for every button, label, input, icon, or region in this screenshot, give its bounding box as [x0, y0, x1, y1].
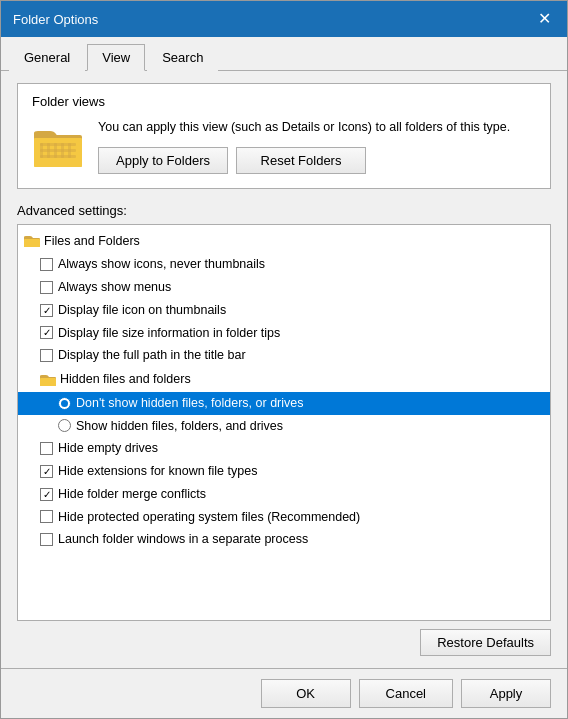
apply-button[interactable]: Apply: [461, 679, 551, 708]
always-show-icons-label: Always show icons, never thumbnails: [58, 255, 265, 274]
checkbox-hide-protected-os[interactable]: [40, 510, 53, 523]
show-hidden-label: Show hidden files, folders, and drives: [76, 417, 283, 436]
item-display-full-path[interactable]: Display the full path in the title bar: [18, 344, 550, 367]
item-always-show-icons[interactable]: Always show icons, never thumbnails: [18, 253, 550, 276]
folder-views-desc: You can apply this view (such as Details…: [98, 119, 536, 137]
folder-views-title: Folder views: [32, 94, 536, 109]
close-button[interactable]: ✕: [534, 9, 555, 29]
item-show-hidden[interactable]: Show hidden files, folders, and drives: [18, 415, 550, 438]
svg-rect-11: [24, 239, 40, 247]
hide-extensions-label: Hide extensions for known file types: [58, 462, 257, 481]
checkbox-hide-folder-merge[interactable]: ✓: [40, 488, 53, 501]
display-file-icon-label: Display file icon on thumbnails: [58, 301, 226, 320]
item-display-file-icon[interactable]: ✓ Display file icon on thumbnails: [18, 299, 550, 322]
svg-rect-5: [40, 143, 43, 158]
reset-folders-button[interactable]: Reset Folders: [236, 147, 366, 174]
checkbox-display-file-size[interactable]: ✓: [40, 326, 53, 339]
svg-rect-9: [68, 143, 71, 158]
group-hidden-files: Hidden files and folders: [18, 367, 550, 392]
cancel-button[interactable]: Cancel: [359, 679, 453, 708]
svg-rect-13: [40, 378, 56, 386]
ok-button[interactable]: OK: [261, 679, 351, 708]
tab-view[interactable]: View: [87, 44, 145, 71]
settings-list[interactable]: Files and Folders Always show icons, nev…: [18, 225, 550, 621]
tab-bar: General View Search: [1, 37, 567, 71]
hide-empty-drives-label: Hide empty drives: [58, 439, 158, 458]
dont-show-hidden-label: Don't show hidden files, folders, or dri…: [76, 394, 304, 413]
group-files-and-folders: Files and Folders: [18, 229, 550, 254]
folder-views-section: Folder views: [17, 83, 551, 189]
checkbox-display-full-path[interactable]: [40, 349, 53, 362]
dialog-title: Folder Options: [13, 12, 98, 27]
advanced-settings-label: Advanced settings:: [17, 203, 551, 218]
tab-general[interactable]: General: [9, 44, 85, 71]
folder-views-buttons: Apply to Folders Reset Folders: [98, 147, 536, 174]
item-hide-extensions[interactable]: ✓ Hide extensions for known file types: [18, 460, 550, 483]
main-content: Folder views: [1, 71, 567, 668]
item-hide-folder-merge[interactable]: ✓ Hide folder merge conflicts: [18, 483, 550, 506]
checkbox-always-show-menus[interactable]: [40, 281, 53, 294]
item-hide-protected-os[interactable]: Hide protected operating system files (R…: [18, 506, 550, 529]
always-show-menus-label: Always show menus: [58, 278, 171, 297]
item-always-show-menus[interactable]: Always show menus: [18, 276, 550, 299]
radio-show-hidden[interactable]: [58, 419, 71, 432]
folder-options-dialog: Folder Options ✕ General View Search Fol…: [0, 0, 568, 719]
item-hide-empty-drives[interactable]: Hide empty drives: [18, 437, 550, 460]
checkbox-always-show-icons[interactable]: [40, 258, 53, 271]
item-launch-folder-windows[interactable]: Launch folder windows in a separate proc…: [18, 528, 550, 551]
files-and-folders-label: Files and Folders: [44, 232, 140, 251]
restore-defaults-button[interactable]: Restore Defaults: [420, 629, 551, 656]
folder-views-body: You can apply this view (such as Details…: [32, 119, 536, 174]
bottom-bar: OK Cancel Apply: [1, 668, 567, 718]
title-bar: Folder Options ✕: [1, 1, 567, 37]
restore-defaults-row: Restore Defaults: [17, 629, 551, 656]
launch-folder-windows-label: Launch folder windows in a separate proc…: [58, 530, 308, 549]
display-file-size-label: Display file size information in folder …: [58, 324, 280, 343]
hide-protected-os-label: Hide protected operating system files (R…: [58, 508, 360, 527]
svg-rect-6: [47, 143, 50, 158]
svg-rect-8: [61, 143, 64, 158]
tab-search[interactable]: Search: [147, 44, 218, 71]
settings-list-container: Files and Folders Always show icons, nev…: [17, 224, 551, 622]
hidden-files-label: Hidden files and folders: [60, 370, 191, 389]
folder-views-right: You can apply this view (such as Details…: [98, 119, 536, 174]
apply-to-folders-button[interactable]: Apply to Folders: [98, 147, 228, 174]
radio-dont-show-hidden[interactable]: [58, 397, 71, 410]
svg-rect-7: [54, 143, 57, 158]
checkbox-display-file-icon[interactable]: ✓: [40, 304, 53, 317]
folder-icon: [32, 119, 84, 171]
item-dont-show-hidden[interactable]: Don't show hidden files, folders, or dri…: [18, 392, 550, 415]
item-display-file-size[interactable]: ✓ Display file size information in folde…: [18, 322, 550, 345]
checkbox-launch-folder-windows[interactable]: [40, 533, 53, 546]
display-full-path-label: Display the full path in the title bar: [58, 346, 246, 365]
checkbox-hide-empty-drives[interactable]: [40, 442, 53, 455]
hide-folder-merge-label: Hide folder merge conflicts: [58, 485, 206, 504]
checkbox-hide-extensions[interactable]: ✓: [40, 465, 53, 478]
